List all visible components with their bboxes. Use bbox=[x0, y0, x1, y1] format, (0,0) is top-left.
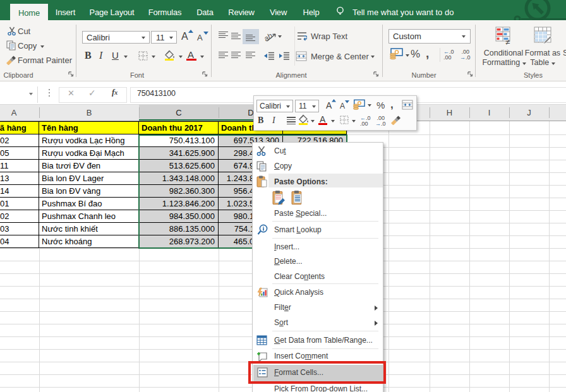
svg-text:≠: ≠ bbox=[505, 37, 510, 45]
